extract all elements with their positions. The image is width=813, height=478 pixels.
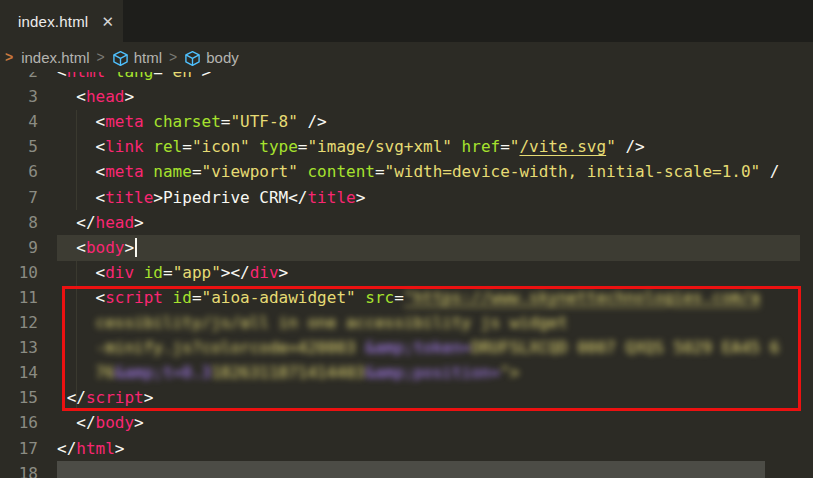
line-number: 18	[0, 461, 38, 478]
line-number: 7	[0, 185, 38, 211]
code-text: <meta name="viewport" content="width=dev…	[57, 159, 780, 185]
line-number: 3	[0, 84, 38, 110]
code-line[interactable]: 16 </body>	[0, 410, 813, 436]
code-line[interactable]: 11 <script id="aioa-adawidget" src="http…	[0, 285, 813, 311]
code-text: <link rel="icon" type="image/svg+xml" hr…	[57, 134, 645, 160]
chevron-right-icon: >	[97, 49, 105, 65]
code-text: </body>	[57, 410, 144, 436]
code-line[interactable]: 14 76&amp;t=0.31826311871414403&amp;posi…	[0, 360, 813, 386]
horizontal-scrollbar[interactable]	[57, 461, 765, 478]
code-text: cessibility/js/all in one accessibility …	[57, 310, 568, 336]
code-line[interactable]: 5 <link rel="icon" type="image/svg+xml" …	[0, 134, 813, 160]
breadcrumb-html[interactable]: html	[134, 49, 162, 66]
breadcrumb-expand-chevron[interactable]: >	[5, 49, 13, 65]
chevron-right-icon: >	[169, 49, 177, 65]
tab-bar: index.html ✕	[0, 0, 813, 42]
text-cursor	[135, 238, 137, 257]
breadcrumb-body[interactable]: body	[206, 49, 239, 66]
code-text: </head>	[57, 210, 144, 236]
symbol-cube-icon	[112, 50, 129, 67]
line-number: 10	[0, 260, 38, 286]
line-number: 17	[0, 436, 38, 462]
line-number: 6	[0, 159, 38, 185]
line-number: 12	[0, 310, 38, 336]
vscode-editor-window: 2<html lang="en">3 <head>4 <meta charset…	[0, 0, 813, 478]
code-text: <head>	[57, 84, 134, 110]
line-number: 16	[0, 410, 38, 436]
code-text: <meta charset="UTF-8" />	[57, 109, 327, 135]
line-number: 13	[0, 335, 38, 361]
code-line[interactable]: 15 </script>	[0, 385, 813, 411]
code-text: 76&amp;t=0.31826311871414403&amp;positio…	[57, 360, 519, 386]
code-line[interactable]: 10 <div id="app"></div>	[0, 260, 813, 286]
breadcrumb-file[interactable]: index.html	[21, 49, 89, 66]
code-text: <title>Pipedrive CRM</title>	[57, 185, 365, 211]
line-number: 9	[0, 235, 38, 261]
symbol-cube-icon	[184, 50, 201, 67]
code-text: </script>	[57, 385, 153, 411]
line-number: 15	[0, 385, 38, 411]
line-number: 5	[0, 134, 38, 160]
code-line[interactable]: 3 <head>	[0, 84, 813, 110]
code-text: <body>	[57, 235, 137, 261]
code-line[interactable]: 9 <body>	[0, 235, 813, 261]
code-line[interactable]: 8 </head>	[0, 210, 813, 236]
tab-index-html[interactable]: index.html ✕	[0, 0, 123, 42]
breadcrumb: > index.html > html > body	[0, 42, 813, 72]
code-line[interactable]: 17</html>	[0, 436, 813, 462]
code-line[interactable]: 12 cessibility/js/all in one accessibili…	[0, 310, 813, 336]
code-text: -minify.js?colorcode=420003 &amp;token=D…	[57, 335, 779, 361]
code-text: <script id="aioa-adawidget" src="https:/…	[57, 285, 760, 311]
tab-title: index.html	[18, 13, 88, 30]
code-line[interactable]: 4 <meta charset="UTF-8" />	[0, 109, 813, 135]
code-text: <div id="app"></div>	[57, 260, 288, 286]
code-line[interactable]: 7 <title>Pipedrive CRM</title>	[0, 185, 813, 211]
code-text: </html>	[57, 436, 124, 462]
line-number: 14	[0, 360, 38, 386]
code-line[interactable]: 13 -minify.js?colorcode=420003 &amp;toke…	[0, 335, 813, 361]
line-number: 8	[0, 210, 38, 236]
line-number: 11	[0, 285, 38, 311]
close-icon[interactable]: ✕	[101, 14, 114, 29]
code-line[interactable]: 6 <meta name="viewport" content="width=d…	[0, 159, 813, 185]
line-number: 4	[0, 109, 38, 135]
